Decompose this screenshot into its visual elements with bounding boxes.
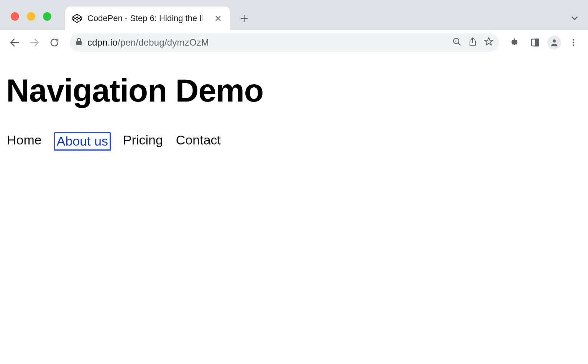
codepen-icon <box>72 13 82 23</box>
back-button[interactable] <box>6 34 23 51</box>
svg-point-17 <box>553 39 556 43</box>
page-content: Navigation Demo Home About us Pricing Co… <box>0 55 588 151</box>
extensions-button[interactable] <box>506 34 523 51</box>
profile-button[interactable] <box>547 36 561 49</box>
url-text: cdpn.io/pen/debug/dymzOzM <box>87 37 209 48</box>
bookmark-star-icon[interactable] <box>484 37 494 48</box>
window-controls <box>11 12 51 21</box>
page-heading: Navigation Demo <box>6 74 582 107</box>
window-maximize-button[interactable] <box>43 12 51 21</box>
nav-item-home[interactable]: Home <box>6 132 43 151</box>
tab-strip: CodePen - Step 6: Hiding the li <box>0 0 588 30</box>
reload-button[interactable] <box>46 34 63 51</box>
forward-button[interactable] <box>26 34 43 51</box>
lock-icon <box>75 38 83 48</box>
new-tab-button[interactable] <box>236 10 252 26</box>
tab-title: CodePen - Step 6: Hiding the li <box>87 13 202 23</box>
nav-item-contact[interactable]: Contact <box>175 132 222 151</box>
person-icon <box>550 38 558 47</box>
puzzle-icon <box>510 38 519 47</box>
svg-rect-9 <box>76 41 82 45</box>
panel-icon <box>531 38 540 47</box>
side-panel-button[interactable] <box>527 34 544 51</box>
tabs-dropdown-button[interactable] <box>570 14 579 24</box>
chevron-down-icon <box>570 14 579 22</box>
main-nav: Home About us Pricing Contact <box>6 132 582 151</box>
plus-icon <box>240 14 248 23</box>
svg-line-11 <box>458 43 460 45</box>
address-bar[interactable]: cdpn.io/pen/debug/dymzOzM <box>70 33 499 52</box>
menu-button[interactable] <box>565 34 582 51</box>
browser-toolbar: cdpn.io/pen/debug/dymzOzM <box>0 30 588 55</box>
window-minimize-button[interactable] <box>27 12 35 21</box>
share-icon[interactable] <box>468 37 477 48</box>
browser-chrome: CodePen - Step 6: Hiding the li <box>0 0 588 55</box>
toolbar-right <box>506 34 582 51</box>
svg-point-18 <box>573 39 574 41</box>
arrow-left-icon <box>9 37 20 48</box>
nav-item-pricing[interactable]: Pricing <box>122 132 164 151</box>
url-path: /pen/debug/dymzOzM <box>118 37 209 48</box>
svg-point-20 <box>573 44 574 46</box>
browser-tab[interactable]: CodePen - Step 6: Hiding the li <box>65 7 230 30</box>
svg-point-19 <box>573 42 574 43</box>
tab-close-button[interactable] <box>213 13 223 23</box>
nav-item-about-us[interactable]: About us <box>54 132 111 151</box>
close-icon <box>215 15 221 21</box>
zoom-out-icon[interactable] <box>452 37 462 48</box>
svg-marker-14 <box>485 38 493 45</box>
arrow-right-icon <box>29 37 40 48</box>
window-close-button[interactable] <box>11 12 19 21</box>
url-host: cdpn.io <box>87 37 118 48</box>
reload-icon <box>49 38 59 48</box>
svg-rect-16 <box>535 39 539 46</box>
kebab-icon <box>570 39 577 46</box>
omnibox-actions <box>452 37 494 48</box>
